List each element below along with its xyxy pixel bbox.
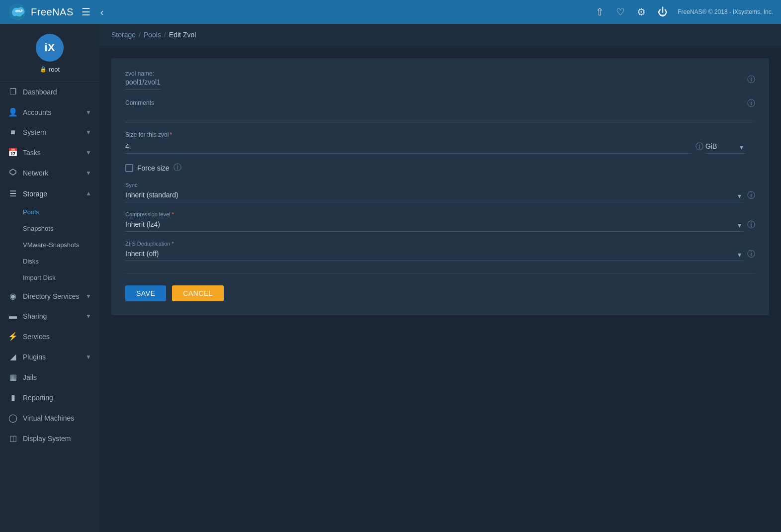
power-icon[interactable]: ⏻ <box>656 4 670 20</box>
comments-group: Comments ⓘ <box>125 98 755 122</box>
cancel-button[interactable]: CANCEL <box>172 285 224 301</box>
sidebar-item-label: Virtual Machines <box>23 414 91 422</box>
compression-help-icon[interactable]: ⓘ <box>747 220 755 230</box>
sidebar-item-storage[interactable]: ☰ Storage ▼ <box>0 183 99 204</box>
sidebar-item-jails[interactable]: ▦ Jails <box>0 367 99 387</box>
size-help-icon[interactable]: ⓘ <box>695 142 703 152</box>
button-row: SAVE CANCEL <box>125 285 755 301</box>
sidebar-item-directory-services[interactable]: ◉ Directory Services ▼ <box>0 286 99 306</box>
sidebar-item-label: Dashboard <box>23 88 91 96</box>
sidebar-item-display-system[interactable]: ◫ Display System <box>0 428 99 448</box>
size-label: Size for this zvol* <box>125 131 755 138</box>
breadcrumb-current: Edit Zvol <box>169 31 196 39</box>
zvol-name-value: pool1/zvol1 <box>125 78 161 89</box>
sync-group: Sync Inherit (standard) Standard Always … <box>125 182 755 202</box>
sync-select-wrap: Inherit (standard) Standard Always Disab… <box>125 189 743 202</box>
breadcrumb-pools[interactable]: Pools <box>144 31 161 39</box>
upload-icon[interactable]: ⇧ <box>594 4 606 20</box>
sidebar-item-label: Plugins <box>23 353 81 361</box>
subnav-item-import-disk[interactable]: Import Disk <box>0 269 99 286</box>
sidebar-item-accounts[interactable]: 👤 Accounts ▼ <box>0 102 99 122</box>
sidebar-item-plugins[interactable]: ◢ Plugins ▼ <box>0 347 99 367</box>
display-system-icon: ◫ <box>8 434 18 443</box>
sidebar-item-sharing[interactable]: ▬ Sharing ▼ <box>0 306 99 326</box>
comments-help-icon[interactable]: ⓘ <box>747 98 755 109</box>
sidebar-item-label: Storage <box>23 190 81 198</box>
subnav-item-snapshots[interactable]: Snapshots <box>0 220 99 237</box>
subnav-item-pools[interactable]: Pools <box>0 204 99 220</box>
force-size-help-icon[interactable]: ⓘ <box>174 163 181 173</box>
breadcrumb-storage[interactable]: Storage <box>111 31 136 39</box>
network-icon <box>8 168 18 178</box>
comments-label: Comments <box>125 99 154 106</box>
plugins-icon: ◢ <box>8 352 18 361</box>
form-divider <box>125 273 755 273</box>
size-input[interactable] <box>125 140 692 154</box>
sidebar-item-label: Sharing <box>23 312 81 320</box>
compression-select[interactable]: Inherit (lz4) lz4 gzip gzip-1 gzip-9 zle… <box>125 218 743 232</box>
form-card: zvol name: pool1/zvol1 ⓘ Comments ⓘ Size… <box>111 58 769 315</box>
comments-input[interactable] <box>125 109 755 122</box>
compression-select-wrap: Inherit (lz4) lz4 gzip gzip-1 gzip-9 zle… <box>125 218 743 232</box>
chevron-down-icon: ▼ <box>86 354 91 360</box>
sidebar-item-label: Reporting <box>23 394 91 402</box>
save-button[interactable]: SAVE <box>125 285 166 301</box>
sidebar-item-label: System <box>23 128 81 136</box>
notifications-icon[interactable]: ♡ <box>614 4 627 20</box>
reporting-icon: ▮ <box>8 393 18 402</box>
subnav-item-vmware-snapshots[interactable]: VMware-Snapshots <box>0 237 99 253</box>
dedup-group: ZFS Deduplication * Inherit (off) On Ver… <box>125 241 755 261</box>
system-icon: ■ <box>8 128 18 137</box>
breadcrumb-sep-2: / <box>164 31 166 39</box>
dedup-select-row: Inherit (off) On Verify SHA256 Off ⓘ <box>125 248 755 261</box>
chevron-up-icon: ▼ <box>86 190 91 197</box>
size-unit-select[interactable]: KiB MiB GiB TiB PiB <box>705 140 745 154</box>
sidebar-item-label: Jails <box>23 373 91 381</box>
force-size-label: Force size <box>137 164 170 172</box>
chevron-down-icon: ▼ <box>86 293 91 300</box>
size-group: Size for this zvol* ⓘ KiB MiB GiB <box>125 131 755 154</box>
lock-icon: 🔒 <box>40 66 47 73</box>
gib-select-wrap: ⓘ KiB MiB GiB TiB PiB <box>695 140 755 154</box>
subnav-item-disks[interactable]: Disks <box>0 253 99 269</box>
svg-point-2 <box>20 9 21 10</box>
virtual-machines-icon: ◯ <box>8 413 18 423</box>
topbar: FreeNAS ☰ ‹ ⇧ ♡ ⚙ ⏻ FreeNAS® © 2018 - iX… <box>0 0 781 24</box>
directory-services-icon: ◉ <box>8 291 18 301</box>
dedup-help-icon[interactable]: ⓘ <box>747 249 755 260</box>
menu-icon[interactable]: ☰ <box>80 4 92 20</box>
sidebar-item-label: Network <box>23 169 81 177</box>
tasks-icon: 📅 <box>8 148 18 157</box>
sidebar-item-tasks[interactable]: 📅 Tasks ▼ <box>0 142 99 163</box>
sidebar-item-reporting[interactable]: ▮ Reporting <box>0 387 99 408</box>
sync-select[interactable]: Inherit (standard) Standard Always Disab… <box>125 189 743 202</box>
compression-select-row: Inherit (lz4) lz4 gzip gzip-1 gzip-9 zle… <box>125 218 755 232</box>
breadcrumb: Storage / Pools / Edit Zvol <box>99 24 781 46</box>
sync-select-row: Inherit (standard) Standard Always Disab… <box>125 189 755 202</box>
sidebar-item-label: Display System <box>23 435 91 443</box>
sidebar-item-services[interactable]: ⚡ Services <box>0 326 99 347</box>
back-icon[interactable]: ‹ <box>98 4 106 20</box>
compression-group: Compression level * Inherit (lz4) lz4 gz… <box>125 211 755 232</box>
breadcrumb-sep-1: / <box>139 31 141 39</box>
chevron-down-icon: ▼ <box>86 170 91 177</box>
zvol-name-help-icon[interactable]: ⓘ <box>747 75 755 85</box>
dedup-select[interactable]: Inherit (off) On Verify SHA256 Off <box>125 248 743 261</box>
force-size-checkbox[interactable] <box>125 164 133 172</box>
services-icon: ⚡ <box>8 332 18 341</box>
chevron-down-icon: ▼ <box>86 313 91 320</box>
compression-label: Compression level * <box>125 211 755 217</box>
sidebar-item-network[interactable]: Network ▼ <box>0 163 99 183</box>
layout: iX 🔒 root ❐ Dashboard 👤 Accounts ▼ ■ Sys… <box>0 24 781 532</box>
sidebar-item-virtual-machines[interactable]: ◯ Virtual Machines <box>0 408 99 428</box>
sidebar-item-dashboard[interactable]: ❐ Dashboard <box>0 82 99 102</box>
sidebar-item-label: Accounts <box>23 108 81 116</box>
topbar-right: ⇧ ♡ ⚙ ⏻ FreeNAS® © 2018 - iXsystems, Inc… <box>594 4 773 20</box>
settings-icon[interactable]: ⚙ <box>635 4 648 20</box>
sync-help-icon[interactable]: ⓘ <box>747 190 755 201</box>
sidebar-item-label: Tasks <box>23 149 81 157</box>
copyright-text: FreeNAS® © 2018 - iXsystems, Inc. <box>678 8 773 15</box>
sidebar-item-system[interactable]: ■ System ▼ <box>0 122 99 142</box>
avatar: iX <box>36 34 64 62</box>
dedup-select-wrap: Inherit (off) On Verify SHA256 Off <box>125 248 743 261</box>
